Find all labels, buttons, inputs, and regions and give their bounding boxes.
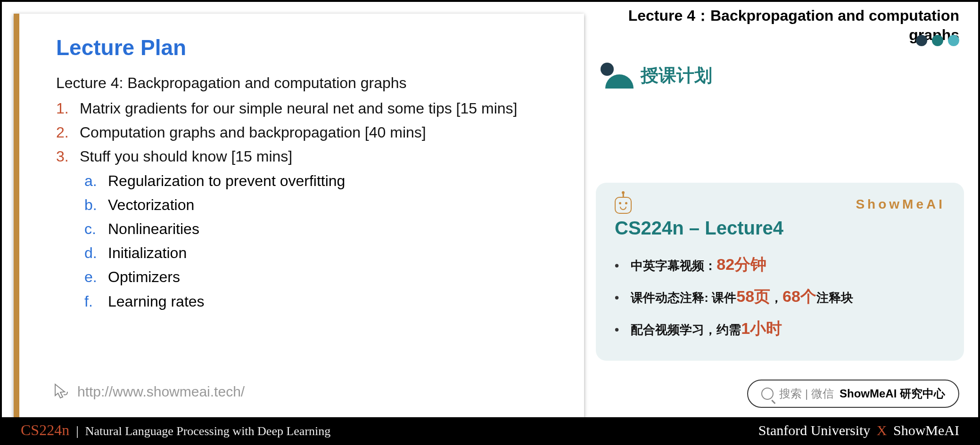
search-bold: ShowMeAI 研究中心	[840, 386, 945, 401]
card-list-item: 课件动态注释: 课件58页，68个注释块	[615, 280, 945, 312]
list-item: f. Learning rates	[84, 290, 556, 314]
list-letter: d.	[84, 241, 108, 265]
card-title: CS224n – Lecture4	[615, 218, 945, 239]
search-pill[interactable]: 搜索 | 微信 ShowMeAI 研究中心	[747, 380, 959, 408]
list-text: Learning rates	[108, 290, 205, 314]
highlight-value: 68个	[782, 287, 816, 305]
dot-icon	[932, 35, 943, 46]
slide-footer: http://www.showmeai.tech/	[51, 381, 245, 402]
bullet-text: 课件动态注释: 课件	[631, 291, 736, 305]
list-text: Vectorization	[108, 193, 194, 217]
highlight-value: 82分钟	[716, 255, 766, 273]
sub-list: a. Regularization to prevent overfitting…	[84, 169, 556, 314]
brand-label: ShowMeAI	[856, 197, 945, 212]
list-item: 2. Computation graphs and backpropagatio…	[56, 121, 556, 145]
x-separator: X	[877, 422, 887, 438]
list-letter: e.	[84, 265, 108, 289]
semicircle-icon	[601, 63, 634, 89]
list-item: 3. Stuff you should know [15 mins]	[56, 145, 556, 169]
list-text: Optimizers	[108, 265, 180, 289]
course-name: Natural Language Processing with Deep Le…	[85, 424, 331, 438]
divider: |	[76, 423, 79, 438]
list-letter: f.	[84, 290, 108, 314]
list-number: 3.	[56, 145, 80, 169]
list-item: c. Nonlinearities	[84, 217, 556, 241]
bullet-text: ，	[770, 291, 782, 305]
list-item: a. Regularization to prevent overfitting	[84, 169, 556, 193]
robot-icon	[615, 197, 632, 214]
lecture-subtitle: Lecture 4: Backpropagation and computati…	[56, 74, 556, 92]
left-panel: Lecture Plan Lecture 4: Backpropagation …	[2, 2, 589, 417]
search-hint: 搜索 | 微信	[779, 386, 834, 401]
card-list-item: 中英字幕视频：82分钟	[615, 248, 945, 280]
list-text: Initialization	[108, 241, 187, 265]
info-card: ShowMeAI CS224n – Lecture4 中英字幕视频：82分钟 课…	[596, 183, 964, 361]
card-list-item: 配合视频学习，约需1小时	[615, 312, 945, 344]
list-item: 1. Matrix gradients for our simple neura…	[56, 97, 556, 121]
main-area: Lecture Plan Lecture 4: Backpropagation …	[2, 2, 978, 417]
bullet-text: 中英字幕视频：	[631, 259, 716, 273]
university-name: Stanford University	[758, 422, 870, 438]
dot-icon	[916, 35, 927, 46]
list-letter: a.	[84, 169, 108, 193]
main-list: 1. Matrix gradients for our simple neura…	[56, 97, 556, 169]
list-text: Stuff you should know [15 mins]	[80, 145, 292, 169]
bullet-text: 配合视频学习，约需	[631, 323, 741, 337]
section-header: 授课计划	[601, 63, 964, 89]
bullet-text: 注释块	[816, 291, 853, 305]
highlight-value: 58页	[736, 287, 770, 305]
decorative-dots	[916, 35, 959, 46]
search-icon	[761, 388, 774, 400]
list-text: Nonlinearities	[108, 217, 199, 241]
slide-url[interactable]: http://www.showmeai.tech/	[77, 384, 245, 400]
list-number: 1.	[56, 97, 80, 121]
list-text: Computation graphs and backpropagation […	[80, 121, 426, 145]
list-number: 2.	[56, 121, 80, 145]
card-list: 中英字幕视频：82分钟 课件动态注释: 课件58页，68个注释块 配合视频学习，…	[615, 248, 945, 344]
list-letter: b.	[84, 193, 108, 217]
cursor-icon	[51, 381, 70, 402]
list-letter: c.	[84, 217, 108, 241]
highlight-value: 1小时	[741, 319, 782, 337]
list-item: b. Vectorization	[84, 193, 556, 217]
slide-card: Lecture Plan Lecture 4: Backpropagation …	[14, 14, 584, 419]
section-title: 授课计划	[641, 64, 712, 88]
lecture-header: Lecture 4：Backpropagation and computatio…	[596, 2, 964, 46]
list-text: Regularization to prevent overfitting	[108, 169, 345, 193]
footer-left: CS224n | Natural Language Processing wit…	[21, 421, 330, 439]
brand-name: ShowMeAI	[893, 422, 959, 438]
dot-icon	[948, 35, 959, 46]
list-item: d. Initialization	[84, 241, 556, 265]
footer-right: Stanford University X ShowMeAI	[758, 422, 959, 438]
page-frame: Lecture Plan Lecture 4: Backpropagation …	[0, 0, 980, 445]
list-text: Matrix gradients for our simple neural n…	[80, 97, 517, 121]
bottom-bar: CS224n | Natural Language Processing wit…	[2, 417, 978, 443]
course-code: CS224n	[21, 421, 69, 439]
list-item: e. Optimizers	[84, 265, 556, 289]
slide-title: Lecture Plan	[56, 35, 556, 60]
right-panel: Lecture 4：Backpropagation and computatio…	[589, 2, 978, 417]
